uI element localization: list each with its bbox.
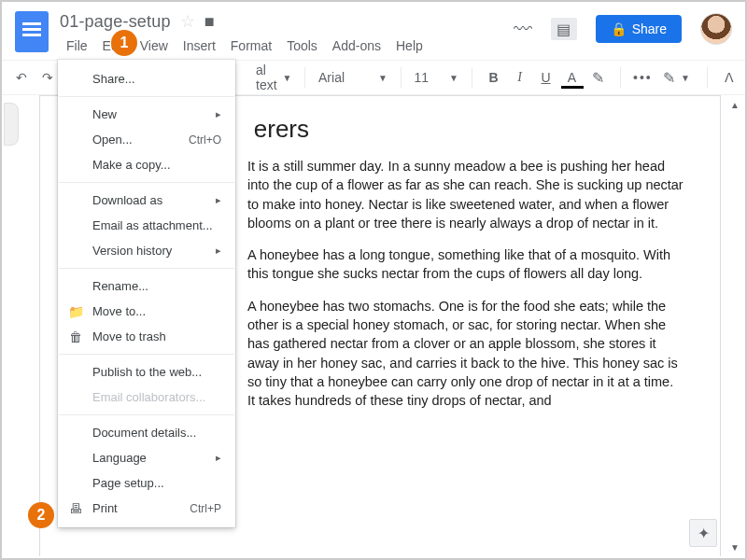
menu-item-email-collaborators: Email collaborators... [59,385,234,410]
bold-button[interactable]: B [486,70,502,85]
menu-item-label: Rename... [92,279,148,293]
editing-mode-button[interactable]: ✎ ▼ [663,69,690,87]
paragraph: It is a still summer day. In a sunny mea… [247,157,684,232]
menu-separator [59,96,234,97]
font-size-select[interactable]: 11 ▼ [414,70,458,85]
callout-badge-2: 2 [28,502,54,528]
menu-item-label: Publish to the web... [92,365,202,379]
menu-item-share[interactable]: Share... [59,66,234,91]
menu-item-label: Move to... [92,304,146,318]
menu-item-version-history[interactable]: Version history▸ [59,238,234,263]
menu-shortcut: Ctrl+O [189,133,221,147]
docs-logo-icon[interactable] [15,11,49,52]
menu-help[interactable]: Help [389,37,430,54]
menu-item-make-a-copy[interactable]: Make a copy... [59,152,234,177]
menu-file[interactable]: File [60,37,94,54]
font-family-select[interactable]: Arial ▼ [318,70,388,85]
menu-separator [59,182,234,183]
open-comments-button[interactable]: ▤ [551,18,577,40]
toolbar-separator [620,67,621,88]
paragraph: A honeybee has two stomachs. One is for … [247,297,684,411]
menu-item-label: New [92,107,117,121]
menu-item-page-setup[interactable]: Page setup... [59,470,234,496]
menu-item-label: Move to trash [92,329,166,343]
submenu-arrow-icon: ▸ [216,194,221,206]
paragraph-style-label: al text [256,63,277,92]
menu-item-label: Email collaborators... [92,390,205,404]
outline-tab[interactable] [4,103,19,146]
explore-button[interactable]: ✦ [689,519,717,547]
menu-item-label: Document details... [92,426,196,440]
menu-item-move-to[interactable]: 📁Move to... [59,299,234,324]
highlight-button[interactable]: ✎ [590,69,607,87]
activity-trend-icon[interactable]: 〰 [514,19,532,40]
more-tools-button[interactable]: ••• [633,70,650,85]
hide-menus-button[interactable]: ᐱ [725,70,734,85]
menu-insert[interactable]: Insert [176,37,222,54]
menu-item-download-as[interactable]: Download as▸ [59,188,234,213]
body-text: It is a still summer day. In a sunny mea… [247,157,684,511]
trash-icon: 🗑 [68,329,83,344]
menu-item-label: Download as [92,193,162,207]
lock-icon: 🔒 [611,21,627,36]
print-icon: 🖶 [68,501,83,516]
menu-item-label: Language [92,451,147,465]
text-color-button[interactable]: A [564,70,581,85]
toolbar-separator [401,67,402,88]
chevron-down-icon: ▼ [681,73,690,83]
menu-item-print[interactable]: 🖶PrintCtrl+P [59,496,234,521]
toolbar-separator [707,67,708,88]
menu-view[interactable]: View [134,37,175,54]
chevron-down-icon: ▼ [378,73,388,83]
paragraph: A honeybee has a long tongue, something … [247,245,684,284]
redo-button[interactable]: ↷ [39,70,56,85]
menu-separator [59,268,234,269]
menu-addons[interactable]: Add-ons [326,37,388,54]
menu-item-label: Share... [92,72,135,86]
menu-item-new[interactable]: New▸ [59,102,234,127]
menu-item-email-as-attachment[interactable]: Email as attachment... [59,213,234,238]
font-family-label: Arial [318,70,345,85]
share-button[interactable]: 🔒 Share [596,15,682,43]
toolbar-separator [472,67,472,88]
menu-separator [59,354,234,355]
share-label: Share [632,21,667,36]
submenu-arrow-icon: ▸ [216,108,221,120]
font-size-label: 11 [414,70,429,85]
menu-item-language[interactable]: Language▸ [59,445,234,470]
menu-item-open[interactable]: Open...Ctrl+O [59,127,234,152]
menu-separator [59,414,234,415]
menu-item-label: Make a copy... [92,158,171,172]
folder-icon: 📁 [68,304,83,319]
italic-button[interactable]: I [512,70,529,85]
underline-button[interactable]: U [538,70,555,85]
submenu-arrow-icon: ▸ [216,245,221,257]
menu-item-label: Open... [92,133,133,147]
paragraph-style-select[interactable]: al text ▼ [256,63,291,92]
explore-icon: ✦ [698,525,710,542]
vertical-scrollbar[interactable]: ▲ ▼ [728,100,741,553]
menu-item-move-to-trash[interactable]: 🗑Move to trash [59,324,234,349]
left-rail [4,103,17,146]
menu-shortcut: Ctrl+P [190,502,221,515]
submenu-arrow-icon: ▸ [216,452,221,464]
chevron-down-icon: ▼ [283,73,292,83]
menu-item-document-details[interactable]: Document details... [59,420,234,445]
menu-item-label: Page setup... [92,476,164,490]
account-avatar[interactable] [700,13,732,45]
scroll-down-icon[interactable]: ▼ [728,542,741,553]
document-title[interactable]: 01-page-setup [60,12,171,32]
menu-item-publish-to-the-web[interactable]: Publish to the web... [59,359,234,385]
menu-item-label: Version history [92,244,172,258]
comment-icon: ▤ [557,21,571,38]
star-icon[interactable]: ☆ [180,11,195,32]
menu-item-rename[interactable]: Rename... [59,273,234,299]
menu-item-label: Print [92,501,118,515]
move-folder-icon[interactable]: ■ [204,12,215,32]
menu-format[interactable]: Format [224,37,278,54]
menu-item-label: Email as attachment... [92,218,213,232]
menu-tools[interactable]: Tools [280,37,324,54]
undo-button[interactable]: ↶ [13,70,30,85]
scroll-up-icon[interactable]: ▲ [728,100,741,110]
callout-badge-1: 1 [111,30,137,56]
